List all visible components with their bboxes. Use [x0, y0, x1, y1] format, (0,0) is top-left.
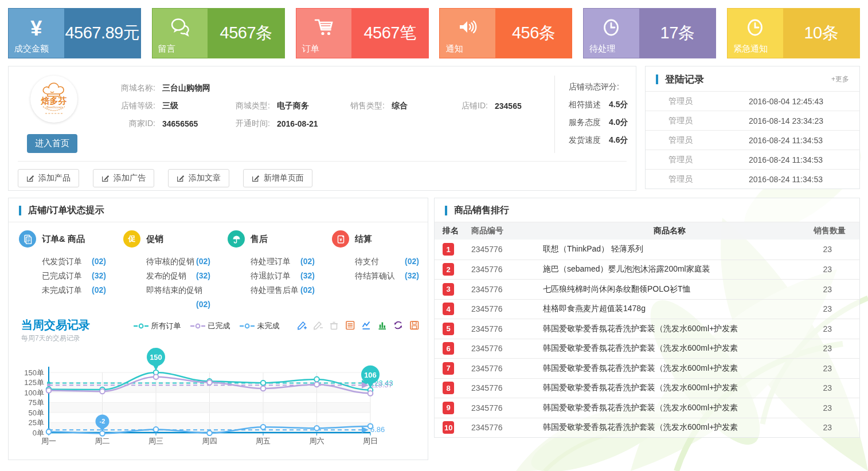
ranking-table-header: 排名 商品编号 商品名称 销售数量: [435, 222, 859, 240]
login-time: 2016-08-24 11:34:53: [749, 136, 823, 145]
edit-icon: [177, 174, 185, 182]
weekly-trade-chart: 0单25单50单75单100单125单150单周一周二周三周四周五周六周日123…: [9, 346, 428, 450]
chart-title: 当周交易记录: [21, 317, 90, 333]
field-label: 商城类型:: [222, 101, 270, 111]
status-item[interactable]: 待退款订单(32): [251, 269, 315, 283]
merchant-id: 34656565: [162, 119, 222, 128]
rating-value: 4.5分: [609, 100, 628, 110]
weekly-chart-header: 当周交易记录 每周7天的交易记录 所有订单 已完成 未完成: [17, 317, 420, 346]
title-accent-bar: [445, 206, 447, 215]
status-groups: 订单& 商品 代发货订单(02) 已完成订单(32) 未完成订单(02) 促 促…: [9, 222, 428, 314]
svg-text:周五: 周五: [256, 437, 271, 445]
stat-card-value: 456条: [495, 9, 572, 58]
status-item[interactable]: 代发货订单(02): [42, 254, 106, 269]
clock-icon: [601, 17, 621, 40]
ranking-title: 商品销售排行: [454, 205, 509, 217]
ranking-row: 52345776韩国爱敬挚爱香氛花香洗护套装（洗发水600ml+护发素23: [435, 319, 859, 339]
remove-line-marker-icon[interactable]: [312, 320, 323, 331]
enter-homepage-button[interactable]: 进入首页: [27, 134, 77, 153]
stat-card-value: 4567条: [208, 9, 284, 58]
svg-text:125单: 125单: [24, 378, 44, 387]
group-title: 结算: [355, 234, 372, 245]
product-sales-ranking-panel: 商品销售排行 排名 商品编号 商品名称 销售数量 12345776联想（Thin…: [434, 198, 860, 438]
promo-badge-icon: 促: [123, 230, 140, 248]
more-link[interactable]: +更多: [831, 74, 849, 84]
status-item[interactable]: 已完成订单(32): [42, 269, 106, 283]
status-item[interactable]: 待审核的促销(02): [146, 254, 210, 269]
svg-text:周四: 周四: [202, 437, 217, 445]
login-user: 管理员: [668, 96, 749, 107]
login-user: 管理员: [668, 174, 749, 185]
save-icon[interactable]: [409, 320, 420, 331]
stat-card-label: 待处理: [589, 44, 615, 54]
svg-text:焙多芬: 焙多芬: [41, 96, 67, 105]
rating-label: 服务态度: [569, 117, 601, 128]
stat-card-label: 紧急通知: [733, 44, 768, 54]
data-view-icon[interactable]: [345, 320, 355, 331]
login-time: 2016-08-24 11:34:53: [749, 175, 823, 184]
svg-text:25单: 25单: [29, 418, 44, 427]
clear-markers-icon[interactable]: [329, 320, 339, 331]
legend-all-orders[interactable]: 所有订单: [134, 321, 181, 331]
title-accent-bar: [656, 74, 658, 84]
status-item[interactable]: 发布的促销(32): [146, 269, 210, 283]
chat-bubbles-icon: [169, 17, 191, 40]
legend-incomplete[interactable]: 未完成: [240, 321, 280, 331]
rating-value: 4.0分: [609, 117, 628, 128]
status-item[interactable]: 待结算确认(32): [355, 269, 419, 283]
login-user: 管理员: [668, 155, 749, 165]
ranking-row: 92345776韩国爱敬挚爱香氛花香洗护套装（洗发水600ml+护发素23: [435, 398, 859, 418]
bar-chart-icon[interactable]: [377, 320, 388, 331]
svg-text:100单: 100单: [24, 388, 44, 397]
stat-cards-row: ¥ 成交金额 4567.89元 留言 4567条: [8, 8, 860, 58]
status-item[interactable]: 即将结束的促销(02): [146, 283, 210, 312]
documents-icon: [19, 230, 36, 248]
stat-card-orders: 订单 4567笔: [296, 8, 429, 58]
status-item[interactable]: 待支付(02): [355, 254, 419, 269]
refresh-icon[interactable]: [393, 320, 404, 331]
ranking-row: 102345776韩国爱敬挚爱香氛花香洗护套装（洗发水600ml+护发素23: [435, 418, 859, 438]
login-time: 2016-08-04 12:45:43: [749, 97, 823, 106]
yuan-icon: ¥: [30, 18, 42, 39]
billing-icon: ¥: [332, 230, 349, 248]
group-orders-products: 订单& 商品 代发货订单(02) 已完成订单(32) 未完成订单(02): [19, 230, 123, 312]
legend-completed[interactable]: 已完成: [190, 321, 230, 331]
stat-card-label: 通知: [445, 44, 463, 54]
status-item[interactable]: 待处理订单(02): [251, 254, 315, 269]
status-item[interactable]: 待处理售后单(02): [251, 283, 315, 297]
group-title: 售后: [251, 234, 268, 245]
svg-text:106: 106: [364, 371, 377, 379]
login-user: 管理员: [668, 135, 749, 146]
svg-text:75单: 75单: [29, 398, 44, 407]
stat-card-label: 留言: [158, 44, 175, 54]
alarm-clock-icon: [745, 17, 765, 40]
umbrella-icon: [228, 230, 245, 248]
ranking-row: 72345776韩国爱敬挚爱香氛花香洗护套装（洗发水600ml+护发素23: [435, 358, 859, 378]
stat-card-value: 10条: [783, 9, 859, 58]
svg-text:0单: 0单: [33, 429, 44, 437]
add-single-page-button[interactable]: 新增单页面: [243, 169, 312, 187]
login-time: 2016-08-14 23:34:23: [749, 116, 823, 125]
edit-icon: [26, 174, 34, 182]
svg-text:-2: -2: [100, 418, 105, 425]
add-product-button[interactable]: 添加产品: [18, 169, 79, 187]
field-label: 开通时间:: [222, 119, 270, 129]
cart-icon: [313, 17, 335, 40]
stat-card-label: 成交金额: [14, 44, 49, 54]
add-ad-button[interactable]: 添加广告: [93, 169, 154, 187]
rank-badge: 8: [443, 382, 454, 394]
add-article-button[interactable]: 添加文章: [168, 169, 229, 187]
ranking-row: 22345776施巴（sebamed）婴儿泡泡沐浴露200ml家庭装23: [435, 260, 859, 280]
group-title: 促销: [146, 234, 163, 245]
ranking-row: 82345776韩国爱敬挚爱香氛花香洗护套装（洗发水600ml+护发素23: [435, 378, 859, 398]
login-records-title: 登陆记录: [665, 73, 704, 86]
svg-text:150单: 150单: [24, 368, 44, 377]
logo-script-text: Beethoven: [46, 105, 63, 109]
line-chart-icon[interactable]: [361, 320, 372, 331]
add-line-marker-icon[interactable]: [296, 320, 307, 331]
svg-text:150: 150: [150, 353, 162, 362]
rank-badge: 4: [443, 303, 454, 315]
status-item[interactable]: 未完成订单(02): [42, 283, 106, 297]
svg-text:周一: 周一: [41, 437, 56, 445]
login-user: 管理员: [668, 116, 749, 126]
